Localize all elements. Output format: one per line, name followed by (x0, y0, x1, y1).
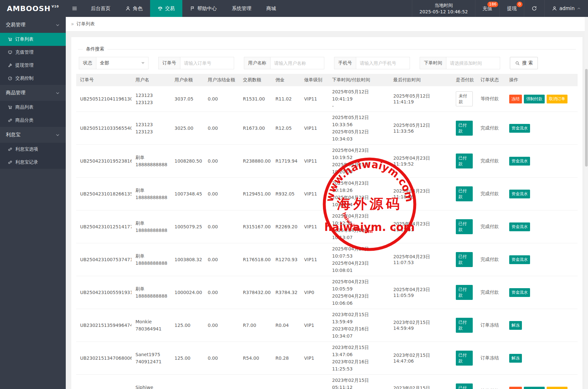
table-row: UB2302151359496474Monkie780364941125.000… (76, 309, 578, 342)
sidebar-section-交易管理[interactable]: 交易管理 (0, 17, 66, 33)
status-filter: 状态 全部 (79, 57, 148, 69)
action-button-资金流水[interactable]: 资金流水 (509, 222, 530, 231)
sidebar-item-交易控制[interactable]: 交易控制 (0, 72, 66, 85)
nav-item-系统管理[interactable]: 系统管理 (224, 0, 259, 17)
nav-item-角色[interactable]: 角色 (118, 0, 150, 17)
sidebar-item-label: 订单列表 (15, 36, 34, 42)
cell-level: VIP11 (300, 145, 328, 178)
action-button-资金流水[interactable]: 资金流水 (509, 157, 530, 166)
cell-level: VIP0 (300, 276, 328, 309)
sidebar-item-商品分类[interactable]: 商品分类 (0, 114, 66, 127)
cell-order-id: UB2302151347068006 (76, 342, 132, 375)
withdraw-label: 提现 (507, 6, 517, 12)
cell-order-status: 完成付款 (477, 243, 505, 276)
nav-item-帮助中心[interactable]: 帮助中心 (182, 0, 224, 17)
pay-status-badge: 已付款 (456, 154, 473, 168)
cell-level: VIP11 (300, 86, 328, 112)
scrollbar-thumb[interactable] (585, 69, 588, 167)
nav-item-交易[interactable]: 交易 (150, 0, 182, 17)
cell-amount: R315167.00 (239, 210, 272, 243)
action-button-解冻[interactable]: 解冻 (509, 321, 522, 330)
cell-frozen: 0.00 (204, 86, 239, 112)
cell-pay-status: 已付款 (452, 342, 477, 375)
phone-input[interactable] (360, 60, 406, 66)
action-button-解冻[interactable]: 解冻 (509, 354, 522, 363)
cell-frozen: 0.00 (204, 276, 239, 309)
search-button[interactable]: 搜 索 (510, 57, 538, 69)
cell-balance: 1008280.50 (171, 145, 204, 178)
action-button-冻结[interactable]: 冻结 (509, 95, 522, 103)
cell-actions: 资金流水 (505, 178, 578, 210)
cell-pay-status: 已付款 (452, 276, 477, 309)
action-button-强制付款[interactable]: 强制付款 (524, 387, 545, 389)
recharge-button[interactable]: 充值 186 (475, 0, 499, 17)
action-button-资金流水[interactable]: 资金流水 (509, 255, 530, 264)
action-button-资金流水[interactable]: 资金流水 (509, 124, 530, 133)
phone-filter: 手机号 (334, 57, 410, 69)
status-select[interactable]: 全部 (96, 57, 148, 69)
phone-label: 手机号 (334, 57, 356, 69)
page-title: 订单列表 (77, 21, 95, 27)
withdraw-button[interactable]: 提现 0 (499, 0, 524, 17)
sidebar-item-利息宝选项[interactable]: 利息宝选项 (0, 143, 66, 156)
cell-username: 刷单18888888888 (132, 145, 171, 178)
cell-order-time: 2025年04月23日 10:05:592025年04月23日 10:06:06 (328, 276, 389, 309)
column-header: 用户余额 (171, 74, 204, 86)
cell-balance: 1003808.32 (171, 243, 204, 276)
cell-level: VIP11 (300, 210, 328, 243)
order-time-filter: 下单时间 (420, 57, 500, 69)
sidebar-collapse-button[interactable] (66, 0, 83, 17)
cell-frozen: 0.00 (204, 112, 239, 145)
user-name: admin (559, 6, 575, 11)
username-input[interactable] (274, 60, 320, 66)
action-button-资金流水[interactable]: 资金流水 (509, 288, 530, 297)
cell-order-status: 完成付款 (477, 276, 505, 309)
cell-order-id: UB2302150511128971 (76, 375, 132, 389)
action-button-强制付款[interactable]: 强制付款 (524, 95, 545, 103)
nav-item-label: 交易 (165, 6, 175, 12)
main-area: » 订单列表 条件搜索 状态 全部 订单号 用 (66, 17, 588, 389)
refresh-button[interactable] (524, 0, 544, 17)
app-logo-text: AMBOOSH (7, 5, 50, 13)
cell-order-id: UB2504231007537471 (76, 243, 132, 276)
cell-pay-status: 已付款 (452, 375, 477, 389)
sidebar-item-提现管理[interactable]: 提现管理 (0, 59, 66, 72)
vertical-scrollbar[interactable] (585, 17, 588, 389)
cell-username: 刷单18888888888 (132, 178, 171, 210)
cell-order-status: 完成付款 (477, 112, 505, 145)
sidebar-section-利息宝[interactable]: 利息宝 (0, 127, 66, 143)
search-button-label: 搜 索 (522, 60, 533, 66)
sidebar-item-商品列表[interactable]: 商品列表 (0, 101, 66, 114)
table-header-row: 订单号用户名用户余额用户冻结金额交易数额佣金做单级别下单时间/付款时间最后付款时… (76, 74, 578, 86)
cell-last-pay-time: 2025年05月12日 11:33:56 (389, 112, 452, 145)
cell-commission: R12.05 (272, 112, 300, 145)
cell-amount: R1673.00 (239, 112, 272, 145)
cell-level: VIP1 (300, 342, 328, 375)
sidebar-item-订单列表[interactable]: 订单列表 (0, 33, 66, 46)
sidebar-item-利息宝记录[interactable]: 利息宝记录 (0, 156, 66, 169)
cart-icon (8, 105, 12, 110)
nav-item-商城[interactable]: 商城 (259, 0, 284, 17)
sidebar-section-商品管理[interactable]: 商品管理 (0, 85, 66, 101)
withdraw-badge: 0 (517, 2, 523, 7)
order-time-input[interactable] (450, 60, 496, 66)
cell-commission: R0.14 (272, 375, 300, 389)
sidebar-item-充值管理[interactable]: 充值管理 (0, 46, 66, 59)
cell-order-status: 订单冻结 (477, 342, 505, 375)
action-button-冻结[interactable]: 冻结 (509, 387, 522, 389)
pay-status-badge: 已付款 (456, 318, 473, 333)
table-row: UB2504231019523816刷单188888888881008280.5… (76, 145, 578, 178)
nav-item-label: 帮助中心 (197, 6, 217, 12)
action-button-取消订单[interactable]: 取消订单 (547, 387, 567, 389)
cell-actions: 资金流水 (505, 243, 578, 276)
pay-status-badge: 已付款 (456, 351, 473, 366)
user-menu[interactable]: admin (544, 0, 588, 17)
order-input[interactable] (184, 60, 230, 66)
action-button-取消订单[interactable]: 取消订单 (547, 95, 567, 103)
nav-item-后台首页[interactable]: 后台首页 (83, 0, 118, 17)
action-button-资金流水[interactable]: 资金流水 (509, 190, 530, 198)
pay-status-badge: 已付款 (456, 383, 473, 389)
search-form: 状态 全部 订单号 用户名称 手机号 (79, 57, 575, 69)
sidebar-section-label: 交易管理 (6, 22, 25, 28)
cell-balance: 1005079.25 (171, 210, 204, 243)
